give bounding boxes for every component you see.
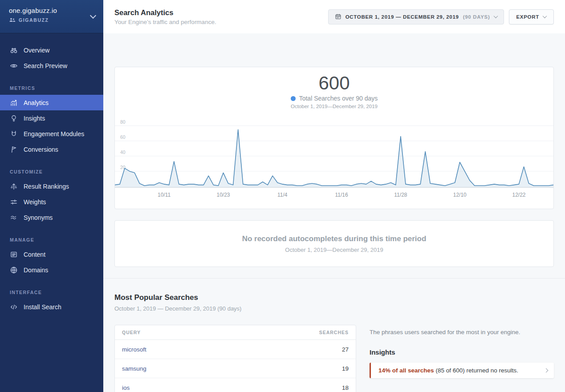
flag-icon [10,145,18,154]
main-area: Search Analytics Your Engine’s traffic a… [103,0,565,392]
query-link[interactable]: ios [122,384,130,391]
synonyms-icon [10,214,18,222]
sidebar-item-label: Search Preview [24,62,67,69]
insight-highlight: 14% of all searches [378,367,434,374]
x-axis-labels: 10/1110/2311/411/1611/2812/1012/22 [115,188,553,203]
total-searches-value: 600 [115,73,553,93]
sidebar-item-label: Overview [24,47,49,54]
search-count: 18 [342,384,349,391]
chart-legend: Total Searches over 90 days [299,95,378,102]
date-range-button[interactable]: OCTOBER 1, 2019 — DECEMBER 29, 2019 (90 … [328,9,504,24]
table-row: ios 18 [115,378,356,392]
sidebar-item-label: Result Rankings [24,183,69,190]
insight-no-results[interactable]: 14% of all searches (85 of 600) returned… [370,363,554,378]
popular-searches-table: QUERY SEARCHES microsoft 27 samsung 19 i… [114,325,356,392]
sidebar-nav: Overview Search Preview METRICS Analytic… [0,33,103,315]
query-link[interactable]: samsung [122,365,146,372]
sidebar-item-label: Analytics [24,99,49,106]
page-title: Search Analytics [114,8,216,17]
sidebar: one.gigabuzz.io GIGABUZZ Overview Search… [0,0,103,392]
sidebar-item-engagement-modules[interactable]: Engagement Modules [0,126,103,141]
sidebar-section-interface: INTERFACE [0,290,103,295]
engine-name: one.gigabuzz.io [9,7,94,14]
x-axis-tick-label: 12/10 [453,192,467,198]
sidebar-item-label: Synonyms [24,214,53,221]
column-header-searches: SEARCHES [319,330,349,335]
chart-area-fill [115,129,553,187]
topbar: Search Analytics Your Engine’s traffic a… [103,0,565,33]
x-axis-tick-label: 10/11 [158,192,171,198]
engine-switcher[interactable]: one.gigabuzz.io GIGABUZZ [0,0,103,33]
insights-heading: Insights [370,348,554,356]
chart-date-range: October 1, 2019—December 29, 2019 [115,104,553,109]
calendar-icon [335,13,341,20]
sidebar-item-search-preview[interactable]: Search Preview [0,58,103,73]
sidebar-item-label: Domains [24,267,48,274]
insight-text: (85 of 600) returned no results. [436,367,518,374]
sidebar-item-synonyms[interactable]: Synonyms [0,210,103,225]
table-row: microsoft 27 [115,340,356,359]
export-label: EXPORT [516,14,540,20]
sidebar-item-label: Insights [24,115,45,122]
section-title: Most Popular Searches [114,293,554,302]
code-icon [10,303,18,311]
content-area: 600 Total Searches over 90 days October … [103,33,565,392]
sidebar-section-manage: MANAGE [0,237,103,242]
y-axis-tick-label: 80 [120,119,126,125]
sidebar-item-label: Engagement Modules [24,130,84,137]
popular-searches-section: Most Popular Searches October 1, 2019 — … [103,278,565,392]
popular-searches-description: The phrases users searched for the most … [370,329,554,335]
y-axis-tick-label: 40 [120,150,126,155]
chevron-down-icon [543,14,547,18]
search-count: 27 [342,346,349,353]
x-axis-tick-label: 12/22 [512,192,526,198]
autocompletes-card: No recorded autocompletes during this ti… [114,220,554,267]
y-axis-tick-label: 60 [120,134,126,140]
section-subtitle: October 1, 2019 — December 29, 2019 (90 … [114,305,554,312]
column-header-query: QUERY [122,330,141,335]
search-count: 19 [342,365,349,372]
sidebar-item-result-rankings[interactable]: Result Rankings [0,178,103,194]
legend-dot-icon [291,96,296,101]
chevron-down-icon [493,14,498,18]
magnet-icon [10,130,18,138]
x-axis-tick-label: 11/4 [277,192,287,198]
binoculars-icon [10,46,18,54]
result-rankings-icon [10,182,18,190]
query-link[interactable]: microsoft [122,346,146,353]
autocompletes-date-range: October 1, 2019—December 29, 2019 [285,247,383,253]
x-axis-tick-label: 10/23 [216,192,230,198]
export-button[interactable]: EXPORT [509,9,554,24]
chart-line [115,129,553,186]
globe-icon [10,266,18,274]
sidebar-item-content[interactable]: Content [0,247,103,262]
page-subtitle: Your Engine’s traffic and performance. [114,19,216,25]
sidebar-item-label: Install Search [24,303,61,311]
sidebar-section-metrics: METRICS [0,85,103,91]
sidebar-section-customize: CUSTOMIZE [0,169,103,174]
chevron-right-icon [544,368,549,373]
sidebar-item-conversions[interactable]: Conversions [0,141,103,157]
autocompletes-message: No recorded autocompletes during this ti… [242,234,427,243]
sliders-icon [10,198,18,206]
sidebar-item-install-search[interactable]: Install Search [0,299,103,315]
lightbulb-icon [10,114,18,122]
table-row: samsung 19 [115,359,356,378]
sidebar-item-weights[interactable]: Weights [0,194,103,210]
total-searches-card: 600 Total Searches over 90 days October … [114,67,554,209]
sidebar-item-insights[interactable]: Insights [0,110,103,126]
sidebar-item-overview[interactable]: Overview [0,42,103,58]
team-icon [9,17,16,23]
x-axis-tick-label: 11/16 [335,192,348,198]
analytics-icon [10,99,18,107]
eye-icon [10,62,18,70]
sidebar-item-analytics[interactable]: Analytics [0,95,103,110]
sidebar-item-label: Weights [24,198,46,206]
x-axis-tick-label: 11/28 [394,192,407,198]
sidebar-item-label: Content [24,251,45,258]
content-list-icon [10,251,18,259]
date-range-label: OCTOBER 1, 2019 — DECEMBER 29, 2019 [346,14,459,20]
sidebar-item-domains[interactable]: Domains [0,262,103,278]
date-range-days: (90 DAYS) [463,14,490,20]
searches-chart[interactable]: 20406080 [115,116,553,188]
